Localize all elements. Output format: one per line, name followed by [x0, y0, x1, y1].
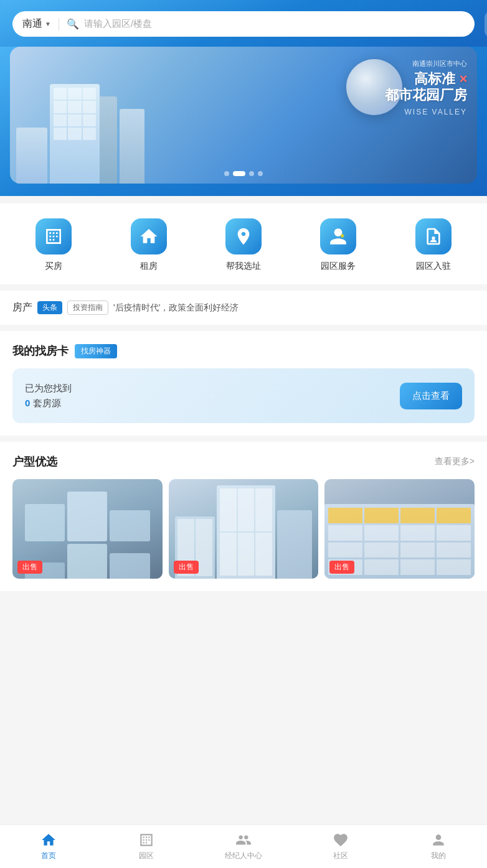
find-room-section: 我的找房卡 找房神器 已为您找到 0 套房源 点击查看 — [0, 331, 487, 436]
room-type-title: 户型优选 — [12, 454, 57, 469]
person-nav-icon-wrap — [430, 832, 447, 848]
dot-3[interactable] — [249, 171, 254, 176]
document-person-icon — [423, 226, 443, 246]
home-icon-wrap — [131, 218, 167, 254]
city-selector[interactable]: 南通 ▼ — [22, 17, 51, 30]
message-button[interactable] — [485, 11, 487, 38]
search-input-wrap[interactable]: 🔍 请输入园区/楼盘 — [67, 18, 465, 30]
room-type-section: 户型优选 查看更多> 出售 — [0, 442, 487, 591]
search-bar: 南通 ▼ 🔍 请输入园区/楼盘 — [12, 11, 475, 37]
property-tag-2: 出售 — [174, 561, 199, 574]
banner-text-area: 南通崇川区市中心 高标准 × 都市花园厂房 WISE VALLEY — [385, 59, 467, 116]
bottom-nav-home[interactable]: 首页 — [0, 827, 97, 866]
document-person-icon-wrap — [415, 218, 452, 254]
nav-label-service: 园区服务 — [321, 261, 356, 272]
bottom-nav-mine[interactable]: 我的 — [390, 827, 487, 866]
bottom-nav-agent[interactable]: 经纪人中心 — [195, 827, 292, 866]
find-room-unit: 套房源 — [33, 398, 61, 408]
agent-nav-label: 经纪人中心 — [225, 851, 262, 861]
home-nav-icon — [40, 832, 57, 848]
see-more-link[interactable]: 查看更多> — [435, 456, 475, 467]
news-tag-guide[interactable]: 投资指南 — [67, 301, 108, 315]
dot-4[interactable] — [258, 171, 263, 176]
home-nav-icon-wrap — [40, 832, 57, 848]
city-arrow-icon: ▼ — [45, 21, 51, 27]
find-room-button[interactable]: 点击查看 — [400, 383, 462, 409]
community-nav-label: 社区 — [333, 851, 348, 861]
property-card-2[interactable]: 出售 — [169, 479, 319, 579]
agent-nav-icon — [235, 832, 252, 848]
dot-2[interactable] — [233, 171, 245, 176]
banner-building — [16, 84, 144, 184]
location-icon-wrap — [225, 218, 262, 254]
quick-nav: 买房 租房 帮我选址 — [0, 203, 487, 284]
park-nav-icon — [138, 832, 154, 848]
dot-1[interactable] — [224, 171, 229, 176]
nav-item-buy[interactable]: 买房 — [6, 218, 101, 272]
find-room-line1: 已为您找到 — [25, 381, 72, 396]
find-room-card: 已为您找到 0 套房源 点击查看 — [12, 368, 475, 423]
property-tag-1: 出售 — [17, 561, 42, 574]
nav-item-service[interactable]: 园区服务 — [291, 218, 385, 272]
person-nav-icon — [430, 832, 447, 848]
nav-label-rent: 租房 — [140, 261, 158, 272]
news-prefix: 房产 — [12, 301, 32, 314]
property-card-1[interactable]: 出售 — [12, 479, 163, 579]
banner-subtitle: 南通崇川区市中心 — [385, 59, 467, 68]
city-name: 南通 — [22, 17, 42, 30]
banner-title: 高标准 × 都市花园厂房 — [385, 71, 467, 104]
park-nav-icon-wrap — [138, 832, 154, 848]
heart-nav-icon — [333, 832, 349, 848]
nav-label-buy: 买房 — [45, 261, 62, 272]
search-icon: 🔍 — [67, 18, 79, 30]
nav-item-select[interactable]: 帮我选址 — [196, 218, 291, 272]
building-icon — [44, 226, 64, 246]
banner-title-part2: 都市花园厂房 — [385, 87, 467, 103]
find-room-text: 已为您找到 0 套房源 — [25, 381, 72, 411]
bottom-nav-park[interactable]: 园区 — [97, 827, 194, 866]
nav-item-enter[interactable]: 园区入驻 — [386, 218, 481, 272]
find-room-count: 0 — [25, 398, 30, 408]
search-placeholder: 请输入园区/楼盘 — [84, 18, 152, 30]
find-room-title: 我的找房卡 — [12, 343, 69, 358]
park-nav-label: 园区 — [139, 851, 154, 861]
property-grid: 出售 — [12, 479, 475, 579]
banner-brand: WISE VALLEY — [385, 108, 467, 116]
property-card-3[interactable]: 出售 — [324, 479, 475, 579]
nav-label-enter: 园区入驻 — [416, 261, 451, 272]
property-tag-3: 出售 — [329, 561, 354, 574]
room-type-header: 户型优选 查看更多> — [12, 454, 475, 469]
news-tag-top[interactable]: 头条 — [37, 301, 62, 314]
svg-point-0 — [146, 232, 151, 237]
mine-nav-label: 我的 — [431, 851, 446, 861]
banner-title-part1: 高标准 — [414, 71, 455, 86]
home-nav-label: 首页 — [41, 851, 56, 861]
banner-title-cross: × — [459, 71, 467, 86]
nav-item-rent[interactable]: 租房 — [101, 218, 196, 272]
find-room-badge: 找房神器 — [75, 344, 117, 358]
location-icon — [234, 226, 253, 246]
nav-label-select: 帮我选址 — [226, 261, 261, 272]
person-star-icon-wrap — [320, 218, 356, 254]
agent-nav-icon-wrap — [235, 832, 252, 848]
heart-nav-icon-wrap — [333, 832, 349, 848]
bottom-nav-community[interactable]: 社区 — [292, 827, 389, 866]
svg-point-1 — [432, 236, 435, 240]
find-room-line2: 0 套房源 — [25, 396, 72, 411]
search-divider — [59, 18, 59, 30]
news-headline[interactable]: '后疫情时代'，政策全面利好经济 — [113, 302, 475, 314]
person-star-icon — [328, 226, 348, 246]
find-room-header: 我的找房卡 找房神器 — [12, 343, 475, 358]
news-section: 房产 头条 投资指南 '后疫情时代'，政策全面利好经济 — [0, 291, 487, 325]
bottom-nav: 首页 园区 经纪人中心 社区 我 — [0, 824, 487, 868]
banner-dots — [224, 171, 263, 176]
home-icon — [139, 226, 159, 246]
building-icon-wrap — [35, 218, 72, 254]
banner[interactable]: 南通崇川区市中心 高标准 × 都市花园厂房 WISE VALLEY — [10, 47, 477, 184]
